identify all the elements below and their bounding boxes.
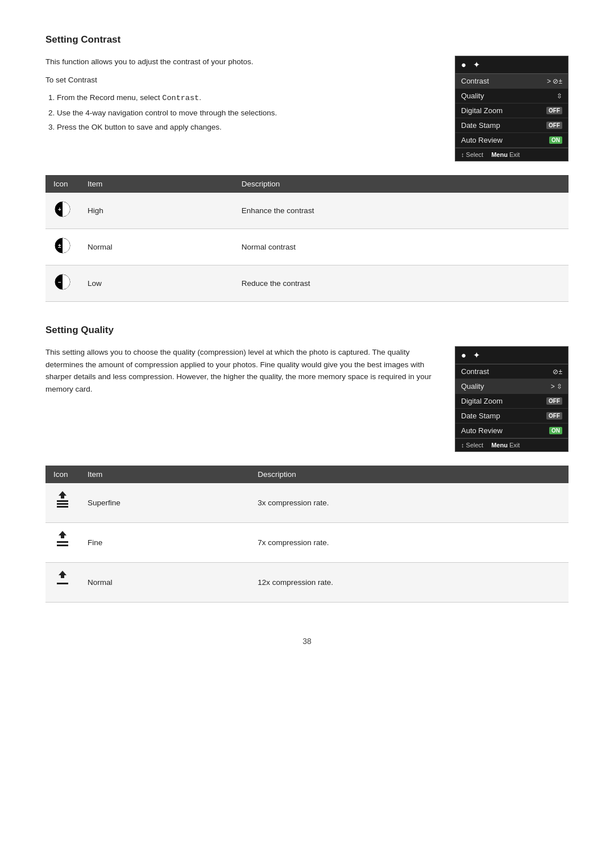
quality-table: Icon Item Description Superfine 3x compr… [45,466,569,603]
svg-rect-7 [61,496,64,499]
quality-label-2: Quality [461,382,484,391]
svg-marker-11 [59,531,67,535]
quality-menu-panel: ● ✦ Contrast ⊘± Quality > ⇳ Digital Zoom… [455,346,569,452]
wrench-icon-2: ✦ [473,350,480,360]
svg-marker-15 [59,571,67,575]
quality-value-2: > ⇳ [551,383,562,391]
step1: From the Record menu, select Contrast. [57,92,438,105]
item-low: Low [80,265,234,302]
step3: Press the OK button to save and apply ch… [57,121,438,134]
menu-row-auto-review-2[interactable]: Auto Review ON [455,423,568,438]
svg-rect-14 [57,545,68,546]
menu-row-contrast-2[interactable]: Contrast ⊘± [455,364,568,379]
icon-contrast-normal: ± [45,229,80,265]
auto-review-badge-2: ON [549,427,562,434]
svg-rect-10 [57,506,68,508]
contrast-menu-panel: ● ✦ Contrast > ⊘± Quality ⇳ Digital Zoom… [455,56,569,161]
digital-zoom-label-2: Digital Zoom [461,397,503,405]
contrast-label-2: Contrast [461,367,489,376]
item-superfine: Superfine [80,483,250,523]
desc-superfine: 3x compression rate. [250,483,569,523]
section1-title: Setting Contrast [45,34,569,45]
section1-text: This function allows you to adjust the c… [45,56,438,161]
col-item: Item [80,175,234,193]
date-stamp-badge-2: OFF [546,412,562,420]
icon-quality-superfine [45,483,80,523]
item-fine: Fine [80,523,250,563]
digital-zoom-label: Digital Zoom [461,106,503,115]
menu-row-quality[interactable]: Quality ⇳ [455,89,568,103]
menu-footer-1: ↕ Select Menu Exit [455,148,568,161]
table-row: – Low Reduce the contrast [45,265,569,302]
contrast-value: > ⊘± [547,77,562,85]
table-row: Superfine 3x compression rate. [45,483,569,523]
contrast-label: Contrast [461,77,489,85]
item-normal-q: Normal [80,563,250,603]
menu-row-date-stamp-2[interactable]: Date Stamp OFF [455,409,568,423]
table-row: ± Normal Normal contrast [45,229,569,265]
svg-text:+: + [58,206,61,213]
item-high: High [80,193,234,229]
svg-text:±: ± [58,243,61,249]
contrast-table: Icon Item Description + High Enhance the… [45,175,569,302]
quality-table-header-row: Icon Item Description [45,466,569,483]
date-stamp-label-2: Date Stamp [461,412,500,420]
svg-rect-12 [61,535,64,538]
date-stamp-badge: OFF [546,122,562,129]
icon-quality-fine [45,523,80,563]
camera-icon: ● [461,60,466,70]
item-normal: Normal [80,229,234,265]
contrast-value-2: ⊘± [553,368,562,376]
page-number: 38 [45,637,569,646]
svg-rect-16 [61,575,64,578]
auto-review-label-1: Auto Review [461,136,503,144]
desc-low: Reduce the contrast [234,265,569,302]
svg-text:–: – [58,279,61,285]
menu-row-digital-zoom[interactable]: Digital Zoom OFF [455,103,568,118]
quality-label: Quality [461,92,484,100]
menu-row-date-stamp[interactable]: Date Stamp OFF [455,118,568,133]
menu-exit-label: Menu Exit [491,151,520,158]
col-description: Description [234,175,569,193]
table-row: Fine 7x compression rate. [45,523,569,563]
quality-value: ⇳ [557,92,562,100]
svg-rect-13 [57,541,68,543]
digital-zoom-badge: OFF [546,107,562,114]
menu-exit-label-2: Menu Exit [491,442,520,448]
date-stamp-label: Date Stamp [461,121,500,130]
table-row: + High Enhance the contrast [45,193,569,229]
col-icon: Icon [45,175,80,193]
desc-normal: Normal contrast [234,229,569,265]
wrench-icon: ✦ [473,60,480,70]
step2: Use the 4-way navigation control to move… [57,107,438,119]
section2-title: Setting Quality [45,325,569,336]
menu-row-quality-selected[interactable]: Quality > ⇳ [455,379,568,394]
select-nav-icon: ↕ Select [461,151,483,158]
table-row: Normal 12x compression rate. [45,563,569,603]
camera-icon-2: ● [461,350,466,360]
select-nav-icon-2: ↕ Select [461,442,483,448]
menu-row-auto-review-1[interactable]: Auto Review ON [455,133,568,148]
icon-contrast-low: – [45,265,80,302]
svg-rect-8 [57,500,68,502]
menu-header: ● ✦ [455,56,568,74]
menu-footer-2: ↕ Select Menu Exit [455,438,568,451]
desc-high: Enhance the contrast [234,193,569,229]
auto-review-badge-1: ON [549,136,562,144]
col-icon-q: Icon [45,466,80,483]
auto-review-label-2: Auto Review [461,426,503,435]
menu-row-contrast-selected[interactable]: Contrast > ⊘± [455,74,568,89]
col-description-q: Description [250,466,569,483]
digital-zoom-badge-2: OFF [546,397,562,405]
menu-row-digital-zoom-2[interactable]: Digital Zoom OFF [455,394,568,409]
desc-normal-q: 12x compression rate. [250,563,569,603]
svg-rect-9 [57,503,68,505]
icon-contrast-high: + [45,193,80,229]
icon-quality-normal-q [45,563,80,603]
svg-marker-6 [59,491,67,496]
col-item-q: Item [80,466,250,483]
svg-rect-17 [57,583,68,584]
menu-header-2: ● ✦ [455,347,568,364]
desc-fine: 7x compression rate. [250,523,569,563]
section2-text: This setting allows you to choose the qu… [45,346,438,452]
